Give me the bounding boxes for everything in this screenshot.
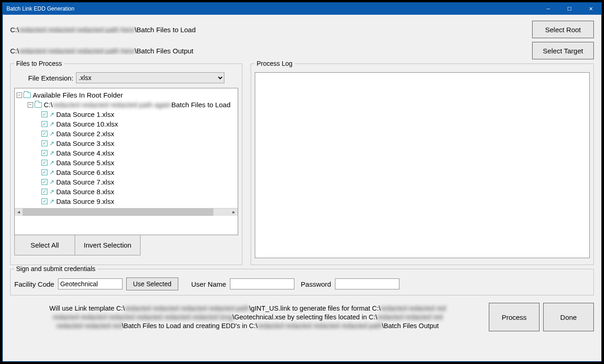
tree-file-label: Data Source 7.xlsx	[56, 177, 114, 187]
file-tree[interactable]: − Available Files In Root Folder − C:\re…	[14, 88, 238, 235]
process-button[interactable]: Process	[489, 303, 539, 331]
file-link-icon: ↗	[48, 198, 55, 205]
done-button[interactable]: Done	[543, 303, 594, 331]
checkbox-checked-icon[interactable]: ✓	[41, 140, 47, 146]
tree-file-label: Data Source 1.xlsx	[56, 110, 114, 119]
close-button[interactable]: ✕	[580, 3, 601, 15]
checkbox-checked-icon[interactable]: ✓	[41, 121, 47, 127]
user-name-label: User Name	[191, 280, 226, 288]
tree-file-node[interactable]: ✓↗Data Source 1.xlsx	[17, 110, 238, 119]
file-link-icon: ↗	[48, 121, 55, 127]
collapse-icon[interactable]: −	[17, 92, 22, 98]
window-title: Batch Link EDD Generation	[6, 6, 538, 12]
facility-code-label: Facility Code	[14, 280, 54, 288]
target-path-text: C:\redacted redacted redacted path here\…	[10, 47, 528, 55]
scroll-right-icon[interactable]: ►	[230, 208, 238, 216]
folder-icon	[35, 102, 42, 108]
file-link-icon: ↗	[48, 189, 55, 195]
tree-file-label: Data Source 5.xlsx	[56, 158, 114, 168]
tree-file-node[interactable]: ✓↗Data Source 10.xlsx	[17, 119, 238, 129]
minimize-button[interactable]: ─	[538, 3, 559, 15]
file-link-icon: ↗	[48, 169, 55, 176]
tree-file-node[interactable]: ✓↗Data Source 8.xlsx	[17, 187, 238, 196]
log-group-label: Process Log	[255, 60, 294, 67]
user-name-input[interactable]	[230, 278, 294, 289]
root-path-text: C:\redacted redacted redacted path here\…	[10, 26, 528, 34]
checkbox-checked-icon[interactable]: ✓	[41, 189, 47, 195]
file-link-icon: ↗	[48, 111, 55, 118]
file-extension-select[interactable]: .xlsx	[76, 72, 224, 83]
checkbox-checked-icon[interactable]: ✓	[41, 111, 47, 117]
app-window: Batch Link EDD Generation ─ ☐ ✕ C:\redac…	[2, 2, 602, 362]
collapse-icon[interactable]: −	[28, 102, 33, 108]
credentials-group: Sign and submit credentials Facility Cod…	[10, 269, 594, 295]
tree-file-label: Data Source 6.xlsx	[56, 168, 114, 177]
password-input[interactable]	[335, 278, 399, 289]
tree-file-label: Data Source 10.xlsx	[56, 119, 118, 129]
select-target-button[interactable]: Select Target	[532, 42, 594, 59]
tree-file-node[interactable]: ✓↗Data Source 9.xlsx	[17, 196, 238, 206]
tree-file-node[interactable]: ✓↗Data Source 5.xlsx	[17, 158, 238, 168]
file-link-icon: ↗	[48, 131, 55, 137]
facility-code-input[interactable]	[58, 278, 123, 289]
invert-selection-button[interactable]: Invert Selection	[75, 235, 141, 255]
tree-root-node[interactable]: − Available Files In Root Folder	[17, 90, 238, 100]
credentials-group-label: Sign and submit credentials	[14, 265, 97, 272]
tree-file-label: Data Source 9.xlsx	[56, 196, 114, 206]
tree-folder-node[interactable]: − C:\redacted redacted redacted path aga…	[17, 100, 238, 110]
tree-file-label: Data Source 8.xlsx	[56, 187, 114, 196]
checkbox-checked-icon[interactable]: ✓	[41, 160, 47, 166]
select-all-button[interactable]: Select All	[14, 235, 75, 255]
tree-file-label: Data Source 2.xlsx	[56, 129, 114, 139]
checkbox-checked-icon[interactable]: ✓	[41, 179, 47, 185]
file-link-icon: ↗	[48, 179, 55, 185]
files-group-label: Files to Process	[14, 60, 64, 67]
select-root-button[interactable]: Select Root	[532, 21, 594, 38]
file-link-icon: ↗	[48, 160, 55, 166]
tree-horizontal-scrollbar[interactable]: ◄ ►	[15, 208, 238, 216]
tree-file-node[interactable]: ✓↗Data Source 7.xlsx	[17, 177, 238, 187]
tree-file-label: Data Source 3.xlsx	[56, 139, 114, 148]
title-bar[interactable]: Batch Link EDD Generation ─ ☐ ✕	[3, 3, 601, 15]
checkbox-checked-icon[interactable]: ✓	[41, 169, 47, 175]
tree-file-label: Data Source 4.xlsx	[56, 148, 114, 158]
checkbox-checked-icon[interactable]: ✓	[41, 131, 47, 137]
use-selected-button[interactable]: Use Selected	[126, 277, 178, 290]
password-label: Password	[301, 280, 331, 288]
scrollbar-thumb[interactable]	[23, 208, 213, 216]
folder-icon	[23, 92, 31, 98]
file-link-icon: ↗	[48, 140, 55, 147]
maximize-button[interactable]: ☐	[559, 3, 580, 15]
tree-file-node[interactable]: ✓↗Data Source 3.xlsx	[17, 139, 238, 148]
process-log-group: Process Log	[251, 64, 594, 265]
files-to-process-group: Files to Process File Extension: .xlsx −…	[10, 64, 242, 265]
scroll-left-icon[interactable]: ◄	[15, 208, 23, 216]
file-extension-label: File Extension:	[28, 74, 73, 82]
process-log-box[interactable]	[255, 72, 590, 258]
tree-file-node[interactable]: ✓↗Data Source 2.xlsx	[17, 129, 238, 139]
summary-text: Will use Link template C:\redacted redac…	[10, 304, 485, 330]
checkbox-checked-icon[interactable]: ✓	[41, 150, 47, 156]
checkbox-checked-icon[interactable]: ✓	[41, 198, 47, 204]
file-link-icon: ↗	[48, 150, 55, 156]
tree-file-node[interactable]: ✓↗Data Source 6.xlsx	[17, 168, 238, 177]
tree-file-node[interactable]: ✓↗Data Source 4.xlsx	[17, 148, 238, 158]
